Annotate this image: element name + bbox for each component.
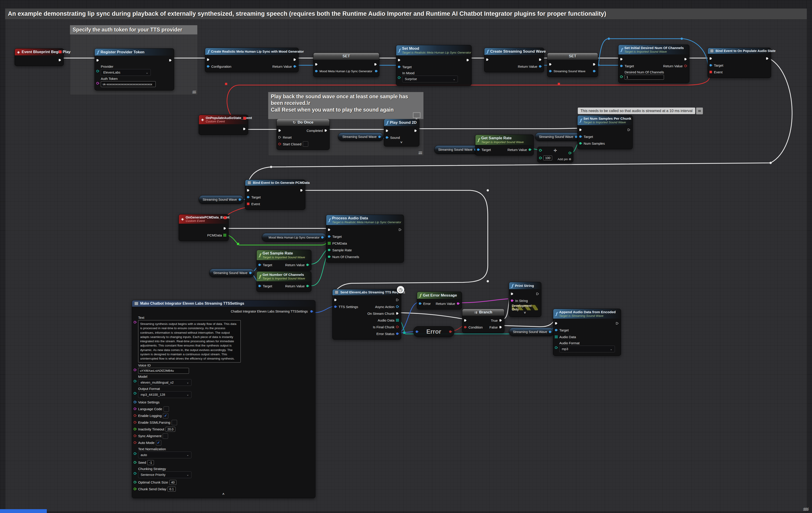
resize-handle-icon[interactable]: ⪹⪹ <box>418 150 422 154</box>
data-pin-icon[interactable] <box>539 65 542 68</box>
data-pin-icon[interactable] <box>306 263 309 267</box>
data-pin-icon[interactable] <box>327 241 331 245</box>
exec-pin-icon[interactable] <box>207 58 210 61</box>
exec-pin-icon[interactable] <box>466 58 469 62</box>
data-pin-icon[interactable] <box>449 330 452 334</box>
graph-comment-title[interactable]: An example demonstrating lip sync during… <box>5 8 807 19</box>
dropdown[interactable]: eleven_multilingual_v2⌄ <box>138 379 192 386</box>
number-input[interactable]: 1 <box>625 75 664 80</box>
data-pin-icon[interactable] <box>592 69 596 73</box>
exec-pin-icon[interactable] <box>300 189 303 192</box>
data-pin-icon[interactable] <box>315 69 318 73</box>
checkbox[interactable] <box>303 141 308 147</box>
exec-pin-icon[interactable] <box>766 57 769 60</box>
exec-pin-icon[interactable] <box>499 325 502 329</box>
checkbox[interactable]: ✓ <box>156 440 161 446</box>
data-pin-icon[interactable] <box>396 332 399 336</box>
node-append-audio-data-from-encoded[interactable]: ƒAppend Audio Data from EncodedTarget is… <box>553 309 621 356</box>
text-box[interactable] <box>164 406 169 412</box>
data-pin-icon[interactable] <box>293 65 296 68</box>
exec-pin-icon[interactable] <box>374 63 377 66</box>
data-pin-icon[interactable] <box>321 236 324 239</box>
exec-pin-icon[interactable] <box>293 58 296 61</box>
data-pin-icon[interactable] <box>396 305 399 309</box>
reroute-node[interactable] <box>558 83 560 85</box>
data-pin-icon[interactable] <box>511 299 514 303</box>
data-pin-icon[interactable] <box>549 69 552 73</box>
data-pin-icon[interactable] <box>398 76 401 79</box>
text-input[interactable]: sk-xxxxxxxxxxxxxxxxxxxxxxxxxxxxxx <box>101 81 156 87</box>
node-event-blueprint-begin-play[interactable]: ◈Event Blueprint Begin Play <box>14 48 64 66</box>
data-pin-icon[interactable] <box>555 329 558 332</box>
blueprint-canvas[interactable]: { "banner":{"text":"An example demonstra… <box>0 0 812 513</box>
node-set-initial-desired-num-of-channels[interactable]: ƒSet Initial Desired Num Of ChannelsTarg… <box>618 45 689 83</box>
exec-pin-icon[interactable] <box>315 63 318 66</box>
node-register-provider-token[interactable]: ƒRegister Provider TokenProviderElevenLa… <box>94 48 174 90</box>
exec-pin-icon[interactable] <box>620 58 623 61</box>
node-create-realistic-meta-human-lip-sync-with-mood-generator[interactable]: ƒCreate Realistic Meta Human Lip Sync wi… <box>205 48 298 72</box>
dropdown[interactable]: Surprise⌄ <box>402 76 458 82</box>
data-pin-icon[interactable] <box>415 330 419 334</box>
comment-title-auth[interactable]: Specify the auth token for your TTS prov… <box>70 25 197 34</box>
node-create-streaming-sound-wave[interactable]: ƒCreate Streaming Sound WaveReturn Value <box>484 48 544 72</box>
data-pin-icon[interactable] <box>375 69 378 73</box>
node-get-number-of-channels[interactable]: ƒGet Number Of ChannelsTarget is Importe… <box>257 272 311 292</box>
variable-pill-streaming-sound-wave[interactable]: Streaming Sound Wave <box>509 327 554 336</box>
resize-handle-icon[interactable]: ⪹⪹⪹ <box>803 507 808 511</box>
exec-pin-icon[interactable] <box>327 228 331 231</box>
data-pin-icon[interactable] <box>555 346 558 349</box>
variable-pill-mood-meta-human-lip-sync-generator[interactable]: Mood Meta Human Lip Sync Generator <box>262 233 326 241</box>
data-pin-icon[interactable] <box>539 156 542 160</box>
data-pin-icon[interactable] <box>709 70 713 74</box>
data-pin-icon[interactable] <box>238 198 242 201</box>
node-branch[interactable]: ⇉BranchTrueConditionFalse <box>462 309 504 333</box>
data-pin-icon[interactable] <box>134 461 137 464</box>
expand-chevron[interactable]: ˄ <box>134 492 313 496</box>
data-pin-icon[interactable] <box>457 302 460 305</box>
node-comment-bubble[interactable]: This needs to be called so that audio is… <box>578 108 703 114</box>
exec-pin-icon[interactable] <box>499 319 502 322</box>
exec-pin-icon[interactable] <box>549 63 552 66</box>
pin-bubble-icon[interactable] <box>696 108 703 114</box>
checkbox[interactable]: ✓ <box>163 413 168 419</box>
dropdown[interactable]: ElevenLabs⌄ <box>101 69 151 76</box>
reroute-node[interactable] <box>770 162 772 164</box>
data-pin-icon[interactable] <box>327 248 331 252</box>
data-pin-icon[interactable] <box>134 434 137 438</box>
node-play-sound-2d[interactable]: ƒPlay Sound 2DSound˅ <box>384 119 419 146</box>
dropdown[interactable]: Sentence Priority⌄ <box>138 472 192 478</box>
add-pin-button[interactable]: Add pin ⊕ <box>557 157 571 161</box>
exec-pin-icon[interactable] <box>414 129 417 133</box>
node-set-num-samples-per-chunk[interactable]: ƒSet Num Samples Per ChunkTarget is Impo… <box>577 115 633 149</box>
exec-pin-icon[interactable] <box>511 292 514 296</box>
checkbox[interactable] <box>172 420 177 425</box>
node-get-sample-rate[interactable]: ƒGet Sample RateTarget is Imported Sound… <box>257 250 311 271</box>
data-pin-icon[interactable] <box>334 305 337 309</box>
exec-pin-icon[interactable] <box>278 136 282 139</box>
data-pin-icon[interactable] <box>418 302 422 305</box>
data-pin-icon[interactable] <box>134 407 137 410</box>
reroute-node[interactable] <box>403 332 405 334</box>
data-pin-icon[interactable] <box>385 136 389 139</box>
node-onpopulateaudiostate-event[interactable]: ◈OnPopulateAudioState_EventCustom Event <box>199 115 248 135</box>
data-pin-icon[interactable] <box>549 330 552 334</box>
data-pin-icon[interactable] <box>568 151 572 155</box>
data-pin-icon[interactable] <box>278 142 282 146</box>
data-pin-icon[interactable] <box>528 148 532 151</box>
data-pin-icon[interactable] <box>398 65 401 68</box>
exec-pin-icon[interactable] <box>334 298 337 302</box>
comment-title-playback[interactable]: Play back the sound wave once at least o… <box>268 92 424 119</box>
node-bind-event-to-on-generate-pcmdata[interactable]: Bind Event to On Generate PCMDataTargetE… <box>245 179 305 210</box>
data-pin-icon[interactable] <box>134 414 137 417</box>
variable-pill-streaming-sound-wave[interactable]: Streaming Sound Wave <box>535 133 580 141</box>
exec-pin-icon[interactable] <box>399 228 402 231</box>
data-pin-icon[interactable] <box>134 472 137 475</box>
data-pin-icon[interactable] <box>327 235 331 238</box>
text-input[interactable]: uYXf8XasLslADfZ2MB4u <box>138 368 189 374</box>
dropdown[interactable]: mp3_44100_128⌄ <box>138 391 192 398</box>
variable-pill-streaming-sound-wave[interactable]: Streaming Sound Wave <box>199 195 244 204</box>
data-pin-icon[interactable] <box>96 82 99 85</box>
node-set[interactable]: SETMood Meta Human Lip Sync Generator <box>313 53 379 77</box>
exec-pin-icon[interactable] <box>684 58 687 61</box>
exec-pin-icon[interactable] <box>385 129 389 133</box>
